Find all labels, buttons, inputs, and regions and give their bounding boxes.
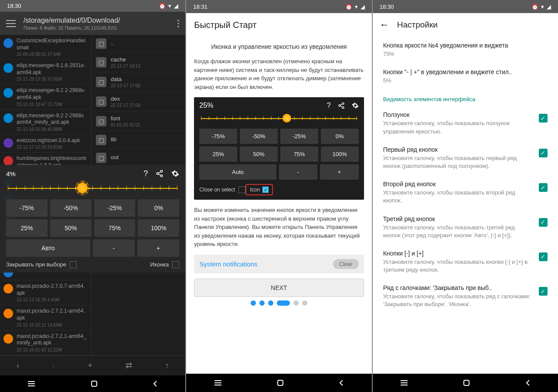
minus-button[interactable]: - [93,239,135,257]
up-icon[interactable]: ↑ [165,361,169,370]
help-icon: ? [327,102,331,109]
brightness-button: 100%... [321,147,359,162]
brightness-button[interactable]: -25%... [94,199,136,217]
setting-checkbox-item[interactable]: Второй ряд кнопокУстановите галочку, что… [374,175,556,210]
recents-icon[interactable] [400,380,408,386]
file-name: evezzon.nightowl-3.0.4.apk [17,137,80,144]
folder-icon: ▢ [96,57,106,68]
setting-checkbox-item[interactable]: ПолзунокУстановите галочку, чтобы показы… [374,106,556,140]
folder-item[interactable]: ▢out [92,149,185,167]
icon-checkbox[interactable] [172,261,179,268]
file-name: ellipi.messenger-9.2 2-2968x arm64_minif… [17,112,88,126]
file-name: maxxt.pcradio-2.7.2.1-arm64_minify_anti.… [17,333,88,347]
gear-icon[interactable] [171,170,179,177]
preview-minus-button: - [279,164,317,180]
file-item[interactable]: maxxt.pcradio-2.7.0.7-arm64.apk22-12-13 … [0,280,91,305]
brightness-button[interactable]: -75%... [6,199,48,217]
file-name: maxxt.pcradio-2.7.2.1-arm64.apk [17,308,88,321]
brightness-button[interactable]: 0%... [138,199,179,217]
plus-button[interactable]: + [137,239,179,257]
checkbox-icon[interactable]: ✓ [539,114,548,123]
recents-icon[interactable] [214,380,222,386]
auto-button[interactable]: Авто [6,239,90,257]
section-header: Видимость элементов интерфейса [374,90,556,106]
setting-description: Установите галочку, чтобы показывать тре… [383,224,533,239]
help-icon[interactable]: ? [143,169,148,178]
swap-icon[interactable]: ⇄ [126,361,132,370]
folder-item[interactable]: ▢dex22-12-17 17:00 [92,92,185,112]
folder-item[interactable]: ▢cache22-12-17 18:13 [92,53,185,72]
setting-checkbox-item[interactable]: Кнопки [-] и [+]Установите галочку, чтоб… [374,245,556,279]
menu-icon[interactable] [6,20,16,27]
setting-checkbox-item[interactable]: Ряд с галочками: 'Закрывать при выб..Уст… [374,279,556,314]
file-item[interactable]: ellipi.messenger-9.2 2-2968x arm64_minif… [0,110,91,135]
folder-name: data [111,76,140,82]
notification-preview: System notifications Clear [194,255,364,273]
setting-checkbox-item[interactable]: Третий ряд кнопокУстановите галочку, что… [374,210,556,245]
nav-back-icon[interactable] [152,380,158,387]
nav-back-icon[interactable] [525,379,531,386]
checkbox-icon[interactable]: ✓ [539,183,548,192]
check-icon: ✓ [262,187,269,193]
back-icon[interactable]: ← [380,19,389,31]
file-meta: 22-12-16 01:36 40,96M [17,127,88,132]
file-item[interactable]: maxxt.pcradio-2.7.2.1-arm64_minify_anti.… [0,331,91,355]
file-item[interactable]: CustomizedExceptionHandler.smali22-09-18… [0,35,91,60]
system-nav [186,374,371,392]
checkbox-icon[interactable]: ✓ [539,287,548,296]
preview-auto-button: Auto [199,164,276,180]
forward-icon[interactable]: › [52,361,55,370]
file-item[interactable]: maxxt.pcradio-2.7.2.1-arm64.apk22-12-15 … [0,305,91,330]
checkbox-icon[interactable]: ✓ [539,149,548,157]
setting-description: Установите галочку, чтобы показывать пер… [383,154,533,170]
preview-close-checkbox [238,186,245,193]
checkbox-icon[interactable]: ✓ [539,252,548,261]
add-icon[interactable]: + [88,361,92,370]
nav-back-icon[interactable] [338,379,344,386]
file-item[interactable]: evezzon.nightowl-3.0.4.apk22-12-17 12:33… [0,135,91,153]
folder-icon: ▢ [96,38,106,49]
setting-item[interactable]: Кнопка яркости №4 уведомления и виджета7… [374,37,556,63]
folder-meta: 22-12-17 17:00 [111,83,140,88]
brightness-button[interactable]: 25%... [6,219,48,237]
clear-button: Clear [333,259,359,269]
folder-item[interactable]: ▢lib [92,131,185,149]
setting-description: Установите галочку, чтобы показывать кно… [383,258,533,274]
brightness-button[interactable]: 50%... [50,219,92,237]
more-icon[interactable] [177,20,179,27]
home-icon[interactable] [276,379,284,387]
brightness-button[interactable]: 75%... [94,219,136,237]
setting-item[interactable]: Кнопки "- | +" в уведомлении и виджете с… [374,63,556,90]
panel-preview: 25% ? -75%...-50%...-25%...0%... 25%...5… [194,97,364,200]
file-item[interactable]: ellipi.messenger-9.2 2-2968x-arm64.apk22… [0,85,91,109]
folder-name: lib [111,136,116,143]
svg-rect-8 [92,381,97,386]
file-item[interactable]: ellipi.messenger-9.1.6-2931x-arm64.apk22… [0,60,91,85]
file-icon [3,334,13,344]
recents-icon[interactable] [27,381,36,387]
folder-item[interactable]: ▢font81-01-01 01:01 [92,112,185,131]
setting-title: Второй ряд кнопок [383,181,533,187]
home-icon[interactable] [463,379,470,387]
setting-checkbox-item[interactable]: Первый ряд кнопокУстановите галочку, что… [374,141,556,175]
folder-item[interactable]: ▢.. [92,35,185,53]
folder-item[interactable]: ▢data22-12-17 17:00 [92,72,185,92]
dimmer-panel: 4% ? -75%...-50%...-25%...0%... 25%...50… [0,165,185,273]
icon-highlight-box: Icon ✓ [245,184,273,195]
share-icon[interactable] [156,170,163,177]
brightness-slider[interactable] [8,184,177,192]
preview-percent: 25% [199,102,213,109]
brightness-button[interactable]: -50%... [50,199,92,217]
folder-name: out [111,154,119,160]
home-icon[interactable] [90,380,98,388]
back-icon[interactable]: ‹ [17,361,19,370]
setting-description: Установите галочку, чтобы показывать пол… [383,119,533,135]
next-button[interactable]: NEXT [194,279,364,297]
checkbox-icon[interactable]: ✓ [539,218,548,227]
close-on-select-checkbox[interactable] [70,261,77,268]
file-meta: 22-09-18 00:51 47,64K [17,52,88,57]
folder-icon: ▢ [96,135,106,145]
status-bar: 18:30 ⏰ ▾ ◢ [0,0,185,12]
paragraph: Когда флажок иконки установлен (отмечено… [194,57,364,91]
brightness-button[interactable]: 100%... [138,219,179,237]
